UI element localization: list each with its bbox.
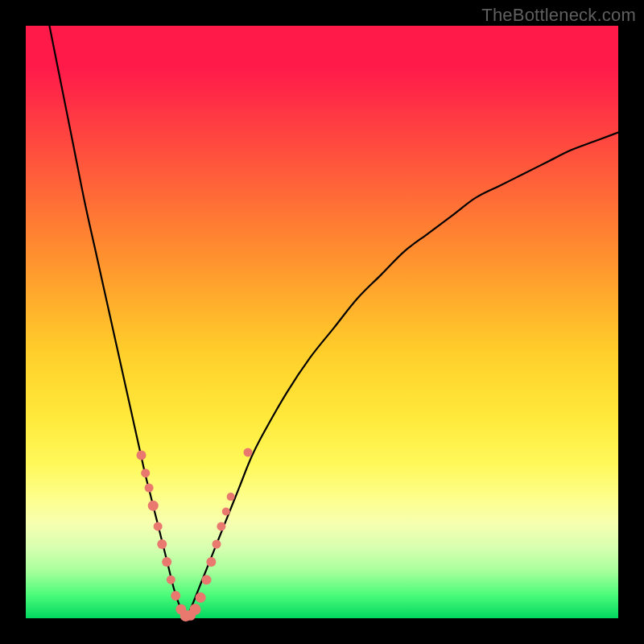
- curve-marker: [189, 604, 200, 615]
- curve-markers: [137, 448, 253, 621]
- curve-marker: [162, 557, 171, 567]
- curve-marker: [148, 501, 159, 511]
- chart-plot-area: [26, 26, 618, 618]
- curve-marker: [227, 493, 235, 501]
- curve-marker: [222, 508, 230, 516]
- curve-marker: [157, 539, 167, 549]
- curve-marker: [212, 540, 221, 549]
- watermark-label: TheBottleneck.com: [481, 5, 636, 26]
- chart-frame: TheBottleneck.com: [0, 0, 644, 644]
- curve-marker: [217, 522, 225, 530]
- curve-marker: [206, 557, 216, 567]
- curve-marker: [137, 451, 147, 460]
- bottleneck-curve: [49, 26, 618, 618]
- curve-marker: [154, 522, 163, 530]
- curve-marker: [201, 575, 211, 584]
- curve-marker: [171, 591, 180, 601]
- curve-marker: [196, 592, 206, 603]
- curve-marker: [244, 448, 253, 456]
- chart-svg: [26, 26, 618, 618]
- curve-marker: [141, 469, 150, 477]
- curve-marker: [145, 484, 154, 493]
- curve-marker: [167, 576, 175, 584]
